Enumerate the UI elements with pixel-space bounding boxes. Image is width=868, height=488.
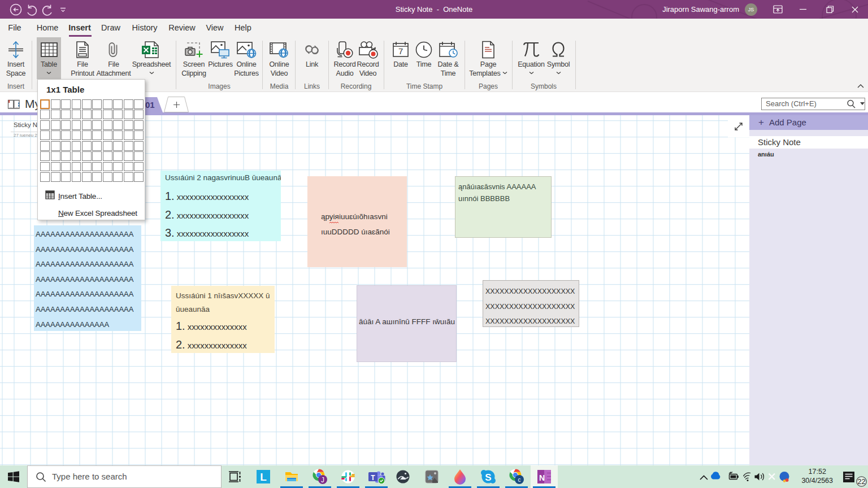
svg-text:c: c <box>518 477 521 483</box>
svg-text:S: S <box>485 472 491 483</box>
svg-text:T: T <box>371 474 375 482</box>
svg-text:22: 22 <box>858 478 866 486</box>
svg-text:L: L <box>260 471 267 483</box>
svg-text:7: 7 <box>398 46 403 56</box>
svg-text:N: N <box>539 473 545 482</box>
svg-text:J: J <box>321 476 324 484</box>
